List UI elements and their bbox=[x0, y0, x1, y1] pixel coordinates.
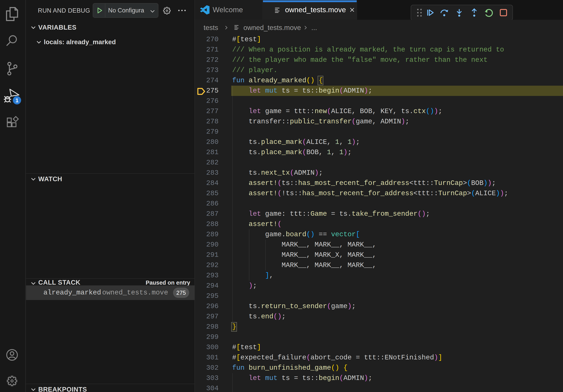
svg-text:1: 1 bbox=[15, 97, 19, 104]
